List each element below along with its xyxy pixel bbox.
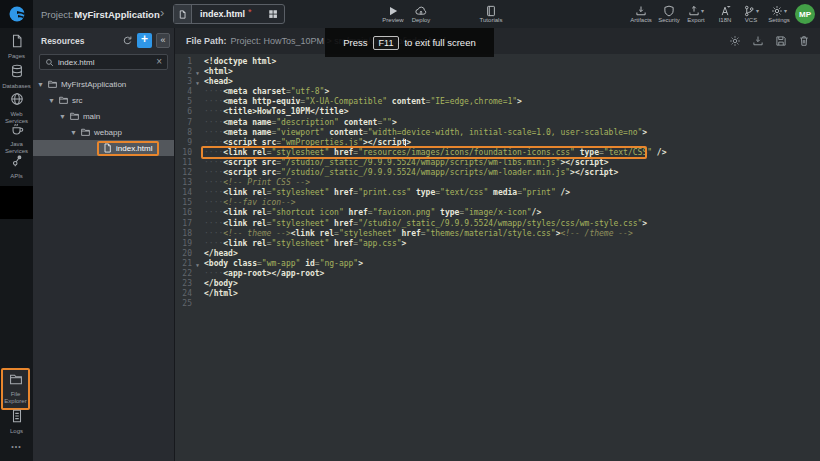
line-number: 6: [175, 107, 197, 117]
code-line-4[interactable]: ····<meta charset="utf-8">: [204, 87, 820, 97]
sidebar-item-logs[interactable]: Logs: [0, 409, 33, 435]
tree-item-myfirstapplication[interactable]: ▼MyFirstApplication: [33, 76, 174, 92]
notification-suffix: to exit full screen: [404, 37, 475, 48]
tab-index-html[interactable]: index.html *: [173, 4, 285, 24]
editor-settings-button[interactable]: [729, 35, 741, 47]
line-number: 18: [175, 229, 197, 239]
download-file-button[interactable]: [752, 35, 764, 47]
sidebar-more-button[interactable]: •••: [0, 443, 33, 450]
code-line-25[interactable]: [204, 299, 820, 309]
code-line-11[interactable]: ····<script src="/studio/_static_/9.9.9.…: [204, 158, 820, 168]
line-number: 23: [175, 279, 197, 289]
folder-icon: [58, 95, 72, 105]
code-line-2[interactable]: <html>: [204, 67, 820, 77]
project-breadcrumb: Project:MyFirstApplication: [41, 0, 160, 28]
sidebar-item-pages[interactable]: Pages: [0, 34, 33, 60]
code-line-13[interactable]: ····<!-- Print CSS -->: [204, 178, 820, 188]
vcs-button[interactable]: ▾VCS: [738, 3, 764, 23]
user-avatar[interactable]: MP: [795, 4, 815, 24]
caret-down-icon[interactable]: ▼: [59, 113, 66, 120]
caret-down-icon[interactable]: ▼: [48, 97, 55, 104]
tree-item-src[interactable]: ▼src: [33, 92, 174, 108]
add-resource-button[interactable]: +: [137, 33, 152, 48]
clear-search-icon[interactable]: ×: [156, 57, 162, 67]
tree-item-webapp[interactable]: ▼webapp: [33, 124, 174, 140]
line-number: 19: [175, 239, 197, 249]
project-label: Project:: [41, 9, 73, 20]
tab-grid-icon[interactable]: [262, 5, 284, 23]
code-editor[interactable]: 12▼3▼456789101112131415161718192021▼2223…: [175, 54, 820, 309]
delete-file-button[interactable]: [798, 35, 810, 47]
fullscreen-notification: Press F11 to exit full screen: [325, 28, 494, 57]
sidebar-item-apis[interactable]: APIs: [0, 154, 33, 180]
refresh-icon[interactable]: [122, 35, 133, 46]
settings-button[interactable]: ▾Settings: [766, 3, 792, 23]
search-icon: [45, 58, 54, 67]
deploy-button[interactable]: Deploy: [408, 3, 434, 23]
code-line-3[interactable]: <head>: [204, 77, 820, 87]
code-line-9[interactable]: ····<script src="wmProperties.js"></scri…: [204, 138, 820, 148]
code-line-18[interactable]: ····<!-- theme --><link rel="stylesheet"…: [204, 229, 820, 239]
folder-icon: [80, 127, 94, 137]
code-line-14[interactable]: ····<link rel="stylesheet" href="print.c…: [204, 188, 820, 198]
file-path-label: File Path:: [186, 36, 227, 46]
code-line-19[interactable]: ····<link rel="stylesheet" href="app.css…: [204, 239, 820, 249]
coffee-icon: [10, 122, 24, 140]
action-label: I18N: [719, 17, 732, 23]
ide-window: Project:MyFirstApplication › index.html …: [0, 0, 820, 461]
search-input[interactable]: [58, 58, 152, 67]
code-line-20[interactable]: </head>: [204, 249, 820, 259]
sidebar-item-web-services[interactable]: Web Services: [0, 92, 33, 125]
gear-icon: [729, 35, 741, 47]
sidebar-item-label: Logs: [10, 428, 23, 435]
line-number: 3▼: [175, 77, 197, 87]
code-line-12[interactable]: ····<script src="/studio/_static_/9.9.9.…: [204, 168, 820, 178]
folder-icon: [9, 372, 23, 390]
security-button[interactable]: Security: [656, 3, 682, 23]
tree-item-main[interactable]: ▼main: [33, 108, 174, 124]
save-icon: [775, 35, 787, 47]
code-line-16[interactable]: ····<link rel="shortcut icon" href="favi…: [204, 208, 820, 218]
export-button[interactable]: ▾Export: [683, 3, 709, 23]
code-line-21[interactable]: <body class="wm-app" id="ng-app">: [204, 259, 820, 269]
sidebar-item-java-services[interactable]: Java Services: [0, 122, 33, 155]
code-line-24[interactable]: </html>: [204, 289, 820, 299]
action-label: Settings: [768, 17, 790, 23]
wavemaker-logo[interactable]: [0, 0, 33, 28]
tutorials-button[interactable]: Tutorials: [478, 3, 504, 23]
file-icon: [102, 143, 116, 153]
line-number: 4: [175, 87, 197, 97]
line-number: 5: [175, 97, 197, 107]
save-file-button[interactable]: [775, 35, 787, 47]
text-cursor: [405, 139, 406, 148]
code-line-1[interactable]: <!doctype html>: [204, 57, 820, 67]
sidebar-item-file-explorer[interactable]: File Explorer: [1, 368, 30, 410]
file-tree: ▼MyFirstApplication▼src▼main▼webappindex…: [33, 76, 174, 156]
tree-item-label: src: [72, 96, 83, 105]
caret-down-icon[interactable]: ▼: [37, 81, 44, 88]
sidebar-item-databases[interactable]: Databases: [0, 64, 33, 90]
caret-down-icon[interactable]: ▼: [70, 129, 77, 136]
line-number: 11: [175, 158, 197, 168]
code-line-10[interactable]: ····<link rel="stylesheet" href="resourc…: [204, 148, 820, 158]
collapse-panel-button[interactable]: «: [156, 33, 170, 48]
code-line-17[interactable]: ····<link rel="stylesheet" href="/studio…: [204, 219, 820, 229]
code-line-7[interactable]: ····<meta name="description" content="">: [204, 118, 820, 128]
hub-icon: [10, 154, 24, 172]
code-line-23[interactable]: </body>: [204, 279, 820, 289]
preview-button[interactable]: Preview: [380, 3, 406, 23]
artifacts-button[interactable]: Artifacts: [628, 3, 654, 23]
code-line-8[interactable]: ····<meta name="viewport" content="width…: [204, 128, 820, 138]
sidebar-item-label: Pages: [8, 53, 25, 60]
code-line-15[interactable]: ····<!--fav icon-->: [204, 198, 820, 208]
code-line-22[interactable]: ····<app-root></app-root>: [204, 269, 820, 279]
tree-item-index-html[interactable]: index.html: [33, 140, 174, 156]
i18n-button[interactable]: I18N: [712, 3, 738, 23]
code-line-5[interactable]: ····<meta http-equiv="X-UA-Compatible" c…: [204, 97, 820, 107]
action-label: Deploy: [412, 17, 431, 23]
tab-file-name: index.html: [192, 9, 248, 19]
file-icon: [174, 5, 192, 23]
line-number: 14: [175, 188, 197, 198]
code-line-6[interactable]: ····<title>HowTos_10PM</title>: [204, 107, 820, 117]
line-number: 16: [175, 208, 197, 218]
